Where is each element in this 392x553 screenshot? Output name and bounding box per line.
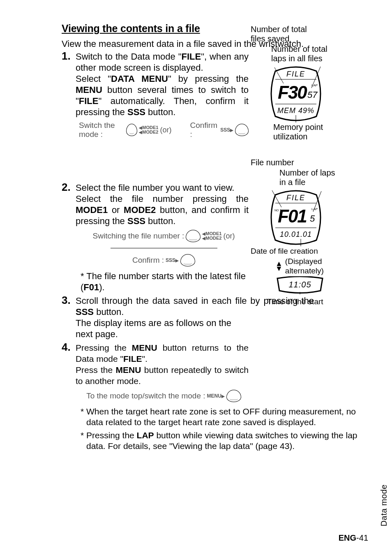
- confirm-hint-2: Confirm : SSS▶: [132, 254, 195, 266]
- label-date-creation: Date of file creation: [251, 246, 370, 256]
- step-number: 3.: [62, 294, 71, 307]
- svg-text:FILE: FILE: [286, 194, 305, 202]
- svg-text:FILE: FILE: [286, 70, 305, 78]
- watch-display-2: FILE NO 1 F01 LAP 5 10.01.01: [267, 189, 325, 246]
- label-total-files: Number of total files saved: [251, 25, 316, 44]
- page-number: ENG-41: [339, 533, 368, 543]
- button-icon: [180, 254, 195, 266]
- mode-top-hint: To the mode top/switch the mode : MENU▶: [86, 390, 241, 402]
- watch-slice-time: 11:05: [275, 276, 370, 296]
- step-3: 3. Scroll through the data saved in each…: [62, 295, 249, 340]
- label-total-laps: Number of total laps in all files: [271, 44, 337, 63]
- confirm-hint: Confirm : SSS▶: [190, 121, 249, 139]
- svg-text:MEM 49%: MEM 49%: [277, 106, 314, 115]
- switch-file-hint: Switching the file number : ◀MODE1 ◀MODE…: [93, 230, 235, 242]
- step-number: 4.: [62, 341, 71, 354]
- button-icon: [126, 124, 137, 136]
- step-4: 4. Pressing the MENU button returns to t…: [62, 342, 249, 402]
- label-displayed-alt: (Displayed alternately): [285, 257, 334, 275]
- step-2: 2. Select the file number you want to vi…: [62, 182, 249, 293]
- svg-text:F30: F30: [278, 82, 307, 102]
- alternate-icon: ▲▼: [275, 261, 283, 271]
- svg-text:5: 5: [310, 213, 315, 224]
- footnote-1: * When the target heart rate zone is set…: [62, 406, 366, 428]
- watch-display-1: FILE F30 LAP 57 MEM 49%: [267, 65, 325, 123]
- label-laps-file: Number of laps in a file: [279, 168, 337, 187]
- switch-mode-hint: Switch the mode : ◀MODE1 ◀MODE2 (or): [79, 121, 171, 139]
- svg-text:11:05: 11:05: [288, 280, 311, 289]
- label-file-number: File number: [251, 158, 370, 167]
- step-number: 1.: [62, 50, 71, 62]
- svg-text:57: 57: [307, 90, 318, 100]
- button-icon: [226, 390, 241, 402]
- label-time-start: Time of the start: [267, 297, 370, 306]
- button-icon: [235, 124, 249, 136]
- label-mem-util: Memory point utilization: [273, 123, 339, 141]
- svg-text:F01: F01: [278, 206, 307, 226]
- step-number: 2.: [62, 181, 71, 194]
- step-1: 1. Switch to the Data mode "FILE", when …: [62, 51, 249, 139]
- footnote-2: * Pressing the LAP button while viewing …: [62, 430, 366, 451]
- side-tab: Data mode: [379, 484, 389, 526]
- button-icon: [186, 230, 201, 242]
- svg-text:10.01.01: 10.01.01: [280, 230, 312, 238]
